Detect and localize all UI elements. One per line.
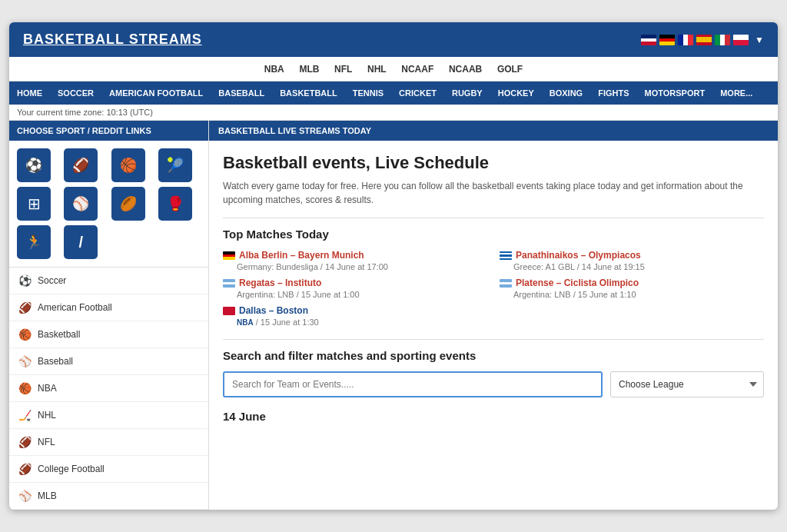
main-content: BASKETBALL LIVE STREAMS TODAY Basketball… bbox=[209, 121, 778, 510]
sidebar-item-nba[interactable]: 🏀 NBA bbox=[9, 375, 208, 402]
match-title-alba: Alba Berlin – Bayern Munich bbox=[239, 250, 364, 261]
match-item-platense: Platense – Ciclista Olimpico Argentina: … bbox=[500, 278, 764, 299]
match-link-alba[interactable]: Alba Berlin – Bayern Munich bbox=[223, 250, 487, 261]
soccer-icon: ⚽ bbox=[18, 274, 32, 287]
nba-icon: 🏀 bbox=[18, 382, 32, 394]
nav-boxing[interactable]: BOXING bbox=[542, 81, 590, 105]
sidebar-label-baseball: Baseball bbox=[38, 356, 73, 367]
main-body: Basketball events, Live Schedule Watch e… bbox=[209, 141, 778, 435]
sidebar-label-nba: NBA bbox=[38, 383, 57, 394]
flag-selector[interactable]: ▼ bbox=[641, 35, 764, 45]
timezone-bar: Your current time zone: 10:13 (UTC) bbox=[9, 105, 778, 121]
flag-en[interactable] bbox=[641, 35, 656, 45]
sidebar-links: ⚽ Soccer 🏈 American Football 🏀 Basketbal… bbox=[9, 268, 208, 510]
main-section-header: BASKETBALL LIVE STREAMS TODAY bbox=[209, 121, 778, 141]
sport-nav-golf[interactable]: GOLF bbox=[497, 64, 523, 75]
flag-it[interactable] bbox=[715, 35, 730, 45]
nhl-icon: 🏒 bbox=[18, 409, 32, 421]
sport-icon-football[interactable]: 🏈 bbox=[64, 148, 98, 182]
nav-fights[interactable]: FIGHTS bbox=[590, 81, 636, 105]
sport-icon-soccer[interactable]: ⚽ bbox=[17, 148, 51, 182]
sport-nav-nhl[interactable]: NHL bbox=[367, 64, 387, 75]
match-link-platense[interactable]: Platense – Ciclista Olimpico bbox=[500, 278, 764, 288]
nav-cricket[interactable]: CRICKET bbox=[391, 81, 444, 105]
match-info-platense: Argentina: LNB / 15 June at 1:10 bbox=[513, 290, 764, 299]
matches-grid: Alba Berlin – Bayern Munich Germany: Bun… bbox=[223, 250, 764, 327]
match-link-regatas[interactable]: Regatas – Instituto bbox=[223, 278, 487, 288]
sidebar-item-nfl[interactable]: 🏈 NFL bbox=[9, 429, 208, 456]
flag-de[interactable] bbox=[659, 35, 675, 45]
divider bbox=[223, 218, 764, 218]
match-title-regatas: Regatas – Instituto bbox=[239, 278, 321, 288]
sidebar-item-american-football[interactable]: 🏈 American Football bbox=[9, 294, 208, 321]
sport-nav-ncaab[interactable]: NCAAB bbox=[449, 64, 482, 75]
sport-nav: NBA MLB NFL NHL NCAAF NCAAB GOLF bbox=[9, 57, 778, 81]
match-info-regatas: Argentina: LNB / 15 June at 1:00 bbox=[237, 290, 487, 299]
flag-fr[interactable] bbox=[678, 35, 693, 45]
nba-badge: NBA bbox=[237, 318, 254, 327]
sport-nav-ncaaf[interactable]: NCAAF bbox=[401, 64, 433, 75]
match-item-panathinaikos: Panathinaikos – Olympiacos Greece: A1 GB… bbox=[500, 250, 764, 271]
flag-es[interactable] bbox=[696, 35, 712, 45]
search-input[interactable] bbox=[223, 371, 603, 397]
nfl-icon: 🏈 bbox=[18, 436, 32, 448]
sport-icon-baseball[interactable]: ⚾ bbox=[64, 187, 98, 221]
match-link-dallas[interactable]: Dallas – Boston bbox=[223, 305, 487, 316]
nav-american-football[interactable]: AMERICAN FOOTBALL bbox=[101, 81, 211, 105]
language-chevron-icon[interactable]: ▼ bbox=[755, 35, 764, 45]
baseball-icon: ⚾ bbox=[18, 355, 32, 367]
content-area: CHOOSE SPORT / REDDIT LINKS ⚽ 🏈 🏀 🎾 ⊞ ⚾ … bbox=[9, 121, 778, 510]
sport-icon-basketball[interactable]: 🏀 bbox=[111, 148, 145, 182]
match-title-panathinaikos: Panathinaikos – Olympiacos bbox=[516, 250, 641, 261]
sidebar-label-nfl: NFL bbox=[38, 437, 55, 447]
nav-basketball[interactable]: BASKETBALL bbox=[272, 81, 345, 105]
sport-icon-tennis[interactable]: 🎾 bbox=[158, 148, 192, 182]
sport-nav-mlb[interactable]: MLB bbox=[299, 64, 319, 75]
flag-de-icon bbox=[223, 251, 235, 260]
top-matches-title: Top Matches Today bbox=[223, 228, 764, 241]
sidebar-item-mlb[interactable]: ⚾ MLB bbox=[9, 483, 208, 510]
divider2 bbox=[223, 339, 764, 340]
nav-more[interactable]: MORE... bbox=[712, 81, 760, 105]
nav-soccer[interactable]: SOCCER bbox=[50, 81, 101, 105]
sidebar-label-mlb: MLB bbox=[38, 490, 57, 501]
flag-nba-icon bbox=[223, 307, 235, 315]
sidebar-item-college-football[interactable]: 🏈 College Football bbox=[9, 456, 208, 483]
nav-rugby[interactable]: RUGBY bbox=[444, 81, 490, 105]
sport-nav-nfl[interactable]: NFL bbox=[334, 64, 352, 75]
sidebar-header: CHOOSE SPORT / REDDIT LINKS bbox=[9, 121, 208, 141]
sport-nav-nba[interactable]: NBA bbox=[264, 64, 284, 75]
sidebar-label-american-football: American Football bbox=[38, 302, 112, 313]
league-select[interactable]: Choose League NBA MLB NFL NHL Bundesliga… bbox=[610, 371, 764, 397]
sidebar-label-nhl: NHL bbox=[38, 410, 56, 421]
mlb-icon: ⚾ bbox=[18, 490, 32, 502]
nav-baseball[interactable]: BASEBALL bbox=[211, 81, 272, 105]
nav-hockey[interactable]: HOCKEY bbox=[490, 81, 542, 105]
flag-ar-icon bbox=[223, 279, 235, 288]
nav-motorsport[interactable]: MOTORSPORT bbox=[637, 81, 713, 105]
sidebar-item-soccer[interactable]: ⚽ Soccer bbox=[9, 268, 208, 294]
page-title: Basketball events, Live Schedule bbox=[223, 153, 764, 173]
sport-icon-boxing[interactable]: 🥊 bbox=[158, 187, 192, 221]
date-header: 14 June bbox=[223, 410, 764, 423]
sport-icon-rugby[interactable]: 🏉 bbox=[111, 187, 145, 221]
sport-icon-grid[interactable]: ⊞ bbox=[17, 187, 51, 221]
nav-tennis[interactable]: TENNIS bbox=[345, 81, 391, 105]
sidebar-item-basketball[interactable]: 🏀 Basketball bbox=[9, 321, 208, 348]
nav-home[interactable]: HOME bbox=[9, 81, 50, 105]
main-nav: HOME SOCCER AMERICAN FOOTBALL BASEBALL B… bbox=[9, 81, 778, 105]
match-item-dallas: Dallas – Boston NBA / 15 June at 1:30 bbox=[223, 305, 487, 327]
sport-icon-track[interactable]: 🏃 bbox=[17, 225, 51, 259]
sidebar-label-soccer: Soccer bbox=[38, 275, 66, 286]
match-link-panathinaikos[interactable]: Panathinaikos – Olympiacos bbox=[500, 250, 764, 261]
sport-icon-golf[interactable]: / bbox=[64, 225, 98, 259]
flag-pl[interactable] bbox=[733, 35, 749, 45]
sidebar-item-baseball[interactable]: ⚾ Baseball bbox=[9, 348, 208, 375]
sidebar-item-nhl[interactable]: 🏒 NHL bbox=[9, 402, 208, 429]
college-football-icon: 🏈 bbox=[18, 463, 32, 475]
site-logo[interactable]: BASKETBALL STREAMS bbox=[23, 32, 202, 48]
sport-icons-grid: ⚽ 🏈 🏀 🎾 ⊞ ⚾ 🏉 🥊 🏃 / bbox=[9, 141, 208, 268]
match-title-dallas: Dallas – Boston bbox=[239, 305, 308, 316]
basketball-icon: 🏀 bbox=[18, 328, 32, 341]
timezone-text: Your current time zone: 10:13 (UTC) bbox=[17, 108, 153, 117]
